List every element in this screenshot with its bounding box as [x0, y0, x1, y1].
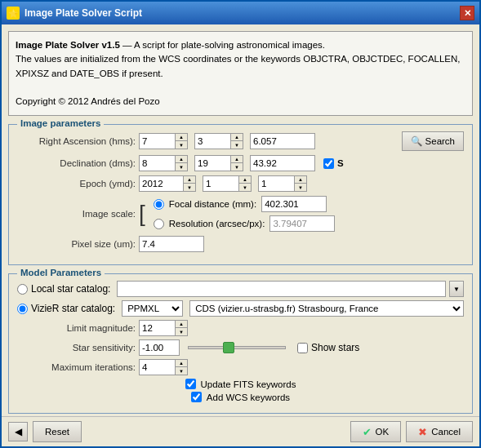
image-scale-radios: Focal distance (mm): 402.301 Resolution …: [154, 196, 336, 232]
local-catalog-label: Local star catalog:: [31, 283, 110, 295]
vizier-radio[interactable]: [17, 304, 28, 314]
update-fits-row: Update FITS keywords: [17, 379, 464, 389]
reset-button[interactable]: Reset: [33, 421, 82, 442]
content-area: Image Plate Solver v1.5 — A script for p…: [2, 24, 479, 416]
epoch-day-up[interactable]: ▲: [295, 176, 306, 184]
info-desc: A script for plate-solving astronomical …: [132, 40, 326, 50]
bracket-left: [: [139, 202, 145, 225]
epoch-day-spinner: ▲ ▼: [295, 175, 307, 192]
ra-hours-input[interactable]: 7: [139, 133, 176, 149]
sensitivity-row: Star sensitivity: -1.00 Show stars: [17, 339, 464, 356]
footer-left: ◀ Reset: [8, 421, 82, 442]
dec-min-down[interactable]: ▼: [231, 163, 243, 171]
limit-magnitude-input[interactable]: 12: [139, 320, 176, 336]
local-catalog-input-row: ▼: [117, 281, 464, 297]
search-button[interactable]: 🔍 Search: [402, 131, 464, 151]
ra-minutes-spin: 3 ▲ ▼: [194, 133, 243, 149]
iterations-input[interactable]: 4: [139, 359, 176, 375]
resolution-radio[interactable]: [154, 219, 164, 229]
info-copyright: Copyright © 2012 Andrés del Pozo: [16, 95, 465, 109]
iterations-down[interactable]: ▼: [176, 367, 187, 375]
ra-minutes-spinner: ▲ ▼: [231, 133, 243, 149]
dec-sec-input[interactable]: 43.92: [250, 155, 315, 171]
info-line2: The values are initialized from the WCS …: [16, 52, 465, 66]
model-params-label: Model Parameters: [17, 268, 105, 277]
iterations-label: Maximum iterations:: [17, 362, 136, 372]
footer: ◀ Reset ✔ OK ✖ Cancel: [2, 416, 479, 446]
ra-minutes-down[interactable]: ▼: [231, 141, 243, 149]
show-stars-checkbox[interactable]: [297, 343, 308, 353]
vizier-server-select[interactable]: CDS (vizier.u-strasbg.fr) Strasbourg, Fr…: [189, 300, 464, 317]
epoch-label: Epoch (ymd):: [17, 179, 136, 189]
focal-label: Focal distance (mm):: [169, 199, 256, 209]
nav-back-button[interactable]: ◀: [8, 422, 28, 441]
epoch-day-down[interactable]: ▼: [295, 184, 306, 191]
cancel-button[interactable]: ✖ Cancel: [406, 421, 473, 442]
epoch-day-input[interactable]: 1: [258, 175, 295, 192]
ra-hours-up[interactable]: ▲: [176, 134, 187, 141]
epoch-month-input[interactable]: 1: [203, 175, 239, 192]
focal-input[interactable]: 402.301: [261, 196, 327, 212]
footer-right: ✔ OK ✖ Cancel: [350, 421, 473, 442]
limit-magnitude-spinner: ▲ ▼: [176, 320, 188, 336]
dec-deg-spinner: ▲ ▼: [176, 155, 188, 171]
sensitivity-slider-container: [188, 346, 286, 349]
pixel-input[interactable]: 7.4: [139, 236, 204, 252]
update-fits-checkbox[interactable]: [185, 379, 196, 389]
pixel-row: Pixel size (um): 7.4: [17, 236, 464, 252]
ra-minutes-input[interactable]: 3: [194, 133, 231, 149]
dec-min-spin: 19 ▲ ▼: [194, 155, 243, 171]
iterations-up[interactable]: ▲: [176, 360, 187, 367]
sensitivity-input[interactable]: -1.00: [139, 339, 180, 356]
close-button[interactable]: ✕: [460, 6, 474, 20]
vizier-label: VizieR star catalog:: [31, 303, 115, 314]
focal-radio[interactable]: [154, 199, 164, 210]
epoch-month-spin: 1 ▲ ▼: [203, 175, 252, 192]
limit-magnitude-spin: 12 ▲ ▼: [139, 320, 188, 336]
epoch-year-input[interactable]: 2012: [139, 175, 184, 192]
epoch-year-up[interactable]: ▲: [184, 176, 195, 184]
limit-down[interactable]: ▼: [176, 328, 187, 335]
limit-up[interactable]: ▲: [176, 321, 187, 328]
epoch-day-spin: 1 ▲ ▼: [258, 175, 307, 192]
dec-min-up[interactable]: ▲: [231, 156, 243, 163]
sensitivity-slider[interactable]: [188, 346, 286, 349]
window-title: Image Plate Solver Script: [24, 7, 142, 19]
image-params-group: Image parameters Right Ascension (hms): …: [8, 124, 473, 265]
epoch-month-up[interactable]: ▲: [239, 176, 251, 184]
local-catalog-radio[interactable]: [17, 284, 28, 295]
iterations-spin: 4 ▲ ▼: [139, 359, 188, 375]
resolution-radio-row: Resolution (arcsec/px): 3.79407: [154, 215, 336, 232]
focal-radio-row: Focal distance (mm): 402.301: [154, 196, 336, 212]
add-wcs-row: Add WCS keywords: [17, 392, 464, 402]
dec-deg-down[interactable]: ▼: [176, 163, 187, 171]
vizier-catalog-select[interactable]: PPMXL: [122, 300, 183, 317]
pixel-label: Pixel size (um):: [17, 239, 136, 249]
local-catalog-dropdown[interactable]: ▼: [449, 281, 464, 297]
vizier-row: VizieR star catalog: PPMXL CDS (vizier.u…: [17, 300, 464, 317]
dec-south-checkbox[interactable]: [323, 158, 334, 169]
ra-seconds-input[interactable]: 6.057: [250, 133, 315, 149]
ok-icon: ✔: [363, 426, 372, 438]
resolution-label: Resolution (arcsec/px):: [169, 219, 265, 228]
dec-min-input[interactable]: 19: [194, 155, 231, 171]
cancel-icon: ✖: [418, 426, 427, 438]
ra-hours-down[interactable]: ▼: [176, 141, 187, 149]
ok-button[interactable]: ✔ OK: [350, 421, 402, 442]
dec-row: Declination (dms): 8 ▲ ▼ 19 ▲ ▼ 43.92: [17, 155, 464, 171]
title-bar: ⭐ Image Plate Solver Script ✕: [2, 2, 479, 24]
local-catalog-input[interactable]: [117, 281, 446, 297]
epoch-month-down[interactable]: ▼: [239, 184, 251, 191]
dec-deg-input[interactable]: 8: [139, 155, 176, 171]
dec-deg-up[interactable]: ▲: [176, 156, 187, 163]
epoch-year-down[interactable]: ▼: [184, 184, 195, 191]
epoch-year-spin: 2012 ▲ ▼: [139, 175, 196, 192]
info-box: Image Plate Solver v1.5 — A script for p…: [8, 31, 473, 116]
show-stars-label: Show stars: [311, 342, 359, 353]
search-label: Search: [425, 136, 455, 146]
iterations-row: Maximum iterations: 4 ▲ ▼: [17, 359, 464, 375]
ra-hours-spin: 7 ▲ ▼: [139, 133, 188, 149]
ra-minutes-up[interactable]: ▲: [231, 134, 243, 141]
ra-label: Right Ascension (hms):: [17, 136, 136, 146]
add-wcs-checkbox[interactable]: [191, 392, 202, 402]
